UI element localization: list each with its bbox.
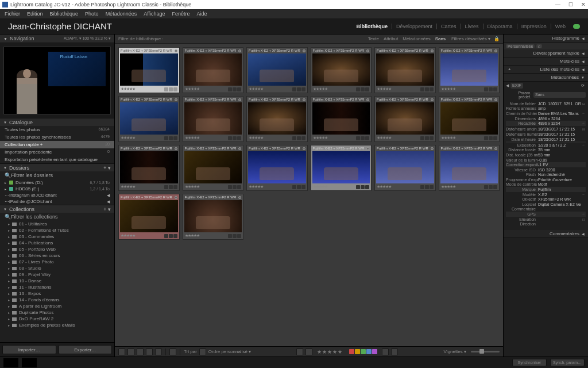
metadata-row[interactable]: Exposition1/220 s à f / 2,2→ [506,143,586,148]
thumbnail-cell[interactable]: Fujifilm X-E2 + XF35mmF2 R WR★★★★★ [374,96,436,142]
keywords-header[interactable]: Mots-clés◀ [504,57,588,66]
filters-off-menu[interactable]: Filtres désactivés ▾ [451,36,490,41]
thumbnail-cell[interactable]: Fujifilm X-E2 + XF35mmF2 R WR★★★★★ [118,47,180,93]
minimize-button[interactable]: — [555,2,560,7]
set-label-2[interactable] [361,349,366,354]
collection-row[interactable]: ▸06 - Séries en cours [0,252,114,259]
collection-row[interactable]: ▸09 - Projet Vitry [0,271,114,278]
metadata-view-preset[interactable]: ◀EXIF⟳ [504,82,588,90]
survey-view-icon[interactable] [146,348,153,355]
painter-icon[interactable] [169,348,176,355]
sync-metadata-icon[interactable]: ⟳ [581,83,586,88]
menu-affichage[interactable]: Affichage [141,11,167,17]
set-rating-5[interactable]: ★ [338,349,342,355]
set-label-0[interactable] [349,349,354,354]
module-cartes[interactable]: Cartes [436,24,461,29]
rotate-cw-icon[interactable] [391,348,398,355]
collection-row[interactable]: ▸13 - Expos [0,290,114,297]
maximize-button[interactable]: ☐ [568,2,573,7]
secondary-display-2-icon[interactable] [22,358,37,367]
sync-settings-button[interactable]: Synch. param… [550,359,585,366]
set-rating-1[interactable]: ★ [317,349,322,355]
menu-métadonnées[interactable]: Métadonnées [103,11,140,17]
metadata-preset-menu[interactable]: Sans [533,92,586,98]
set-label-4[interactable] [372,349,377,354]
collection-row[interactable]: ▸A partir de Lightroom [0,303,114,309]
collection-filter[interactable]: 🔍 Filtrer les collections [0,213,114,221]
thumbnail-cell[interactable]: Fujifilm X-E2 + XF35mmF2 R WR★★★★★ [374,145,436,191]
thumbnail-cell[interactable]: Fujifilm X-E2 + XF35mmF2 R WR★★★★★ [183,47,244,93]
histogram-header[interactable]: Histogramme◀ [504,34,588,43]
menu-fichier[interactable]: Fichier [2,11,22,17]
add-collection-icon[interactable]: + ▾ [103,206,111,212]
compare-view-icon[interactable] [137,348,144,355]
collection-row[interactable]: ▸07 - Livres Photo [0,259,114,265]
filter-tab-sans[interactable]: Sans [435,36,446,41]
reset-button[interactable]: ⎌ [536,44,542,48]
metadata-header[interactable]: Métadonnées▼ [504,74,588,82]
thumbnail-cell[interactable]: Fujifilm X-E2 + XF35mmF2 R WR★★★★★ [439,47,500,93]
menu-photo[interactable]: Photo [83,11,101,17]
collection-row[interactable]: ▸Exemples de photos eMails [0,322,114,328]
thumbnail-cell[interactable]: Fujifilm X-E2 + XF35mmF2 R WR★★★★★ [118,194,180,240]
add-icon[interactable]: + [507,67,511,72]
thumbnail-cell[interactable]: Fujifilm X-E2 + XF35mmF2 R WR★★★★★ [183,145,244,191]
folder-filter[interactable]: 🔍 Filtrer les dossiers [0,171,114,179]
module-développement[interactable]: Développement [392,24,436,29]
navigator-preview[interactable]: Rudolf Laban [0,43,114,118]
loupe-view-icon[interactable] [127,348,134,355]
module-web[interactable]: Web [551,24,570,29]
folders-header[interactable]: ▼ Dossiers + ▾ [0,163,114,171]
drive-row[interactable]: ▸Données (D:)6,7 / 1,8 To [0,179,114,186]
metadata-row[interactable]: Recadrée4896 x 3264→ [506,121,586,126]
menu-edition[interactable]: Edition [25,11,45,17]
people-view-icon[interactable] [155,348,162,355]
module-impression[interactable]: Impression [517,24,551,29]
sync-button[interactable]: Synchroniser [512,359,547,366]
thumbnail-cell[interactable]: Fujifilm X-E2 + XF35mmF2 R WR★★★★★ [311,145,372,191]
flag-pick-icon[interactable] [296,348,303,355]
module-diaporama[interactable]: Diaporama [483,24,517,29]
catalogue-header[interactable]: ▼ Catalogue [0,118,114,126]
set-label-3[interactable] [366,349,372,354]
quickdev-header[interactable]: Développement rapide◀ [504,49,588,57]
comments-header[interactable]: Commentaires◀ [504,230,588,238]
collection-row[interactable]: ▸01 - Utilitaires [0,221,114,227]
metadata-row[interactable]: GPS→ [506,212,586,217]
catalogue-row[interactable]: Importation précédente0 [0,148,114,156]
rating-stars[interactable]: ★★★★★ [317,349,342,355]
grid-view-icon[interactable] [118,348,125,355]
catalogue-row[interactable]: Exportation précédente en tant que catal… [0,156,114,163]
navigator-header[interactable]: ▼ Navigation ADAPT. ▾ 100 % 33.3 % ▾ [0,34,114,43]
thumbnail-cell[interactable]: Fujifilm X-E2 + XF35mmF2 R WR★★★★★ [118,145,180,191]
keyword-list-header[interactable]: +Liste des mots-clés◀ [504,66,588,74]
collection-row[interactable]: ▸14 - Fonds d'écrans [0,297,114,303]
menu-fenêtre[interactable]: Fenêtre [170,11,192,17]
folder-source-row[interactable]: ⋯iPad de @JCDichant◀ [0,198,114,205]
module-livres[interactable]: Livres [461,24,483,29]
rotate-ccw-icon[interactable] [382,348,389,355]
thumbnail-cell[interactable]: Fujifilm X-E2 + XF35mmF2 R WR★★★★★ [118,96,180,142]
color-labels[interactable] [349,349,377,354]
set-rating-2[interactable]: ★ [322,349,327,355]
add-folder-icon[interactable]: + ▾ [103,165,111,171]
flag-reject-icon[interactable] [305,348,312,355]
set-rating-3[interactable]: ★ [327,349,332,355]
filter-tab-attribut[interactable]: Attribut [384,36,398,41]
collection-row[interactable]: ▸08 - Studio [0,265,114,271]
custom-button[interactable]: Personnalisée [506,44,535,48]
menu-aide[interactable]: Aide [195,11,210,17]
thumbnail-grid[interactable]: Fujifilm X-E2 + XF35mmF2 R WR★★★★★Fujifi… [115,44,503,346]
thumbnail-cell[interactable]: Fujifilm X-E2 + XF35mmF2 R WR★★★★★ [311,96,372,142]
thumbnail-cell[interactable]: Fujifilm X-E2 + XF35mmF2 R WR★★★★★ [311,47,372,93]
set-rating-4[interactable]: ★ [332,349,337,355]
menu-bibliothèque[interactable]: Bibliothèque [48,11,81,17]
thumbnail-cell[interactable]: Fujifilm X-E2 + XF35mmF2 R WR★★★★★ [183,96,244,142]
thumbnail-cell[interactable]: Fujifilm X-E2 + XF35mmF2 R WR★★★★★ [246,47,308,93]
sort-direction-icon[interactable] [199,348,206,355]
secondary-display-icon[interactable] [3,358,18,367]
thumbnail-cell[interactable]: Fujifilm X-E2 + XF35mmF2 R WR★★★★★ [246,145,308,191]
thumbnail-cell[interactable]: Fujifilm X-E2 + XF35mmF2 R WR★★★★★ [246,96,308,142]
filter-lock-icon[interactable]: 🔒 [494,36,500,41]
collection-row[interactable]: ▸Duplicate Photos [0,309,114,316]
